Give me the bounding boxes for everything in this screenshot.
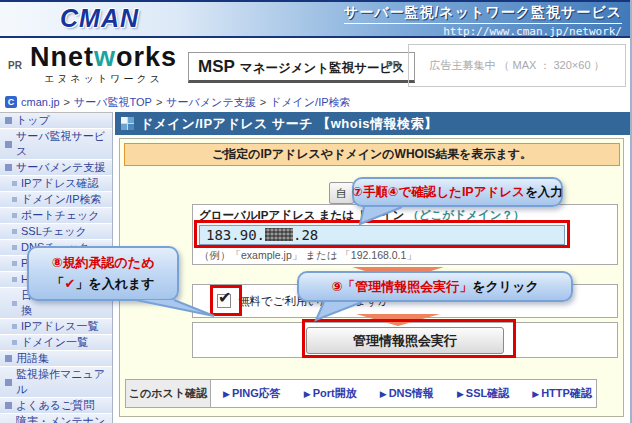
service-url: http://www.cman.jp/network/	[344, 25, 622, 38]
service-title: サーバー監視/ネットワーク監視サービス	[344, 4, 622, 24]
sidebar-item-maintenance-support[interactable]: サーバメンテ支援	[0, 160, 112, 176]
sidebar-item-ssl-check[interactable]: SSLチェック	[0, 224, 112, 240]
nav-link-ssl[interactable]: ▶SSL確認	[457, 386, 509, 401]
ip-prefix: 183.90.	[206, 227, 265, 243]
sidebar-item-port-check[interactable]: ポートチェック	[0, 208, 112, 224]
sidebar-item-label: 用語集	[16, 351, 49, 366]
callout-step8-tail	[128, 297, 216, 319]
page-title-bar: ドメイン/IPアドレス サーチ 【whois情報検索】	[115, 112, 632, 135]
nav-link-http[interactable]: ▶HTTP確認	[532, 386, 592, 401]
sidebar-item-incidents[interactable]: 障害・メンテナンス	[0, 414, 112, 423]
nav-link-port[interactable]: ▶Port開放	[304, 386, 357, 401]
callout-step9-red-text: ⑨「管理情報照会実行」	[331, 278, 472, 296]
sidebar-item-ip-list[interactable]: IPアドレス一覧	[0, 319, 112, 335]
msp-badge[interactable]: MSPマネージメント監視サービス	[188, 52, 415, 83]
nav-link-label: HTTP確認	[541, 387, 592, 399]
bullet-square-icon	[5, 164, 12, 171]
callout-step9: ⑨「管理情報照会実行」をクリック	[297, 271, 573, 302]
sidebar-item-label: ドメイン一覧	[21, 335, 88, 350]
bullet-square-icon	[12, 229, 17, 234]
ip-masked-octet: ***	[265, 228, 293, 241]
breadcrumb-link-monitor-top[interactable]: サーバ監視TOP	[74, 95, 152, 110]
callout-step7-black-text: を入力	[525, 184, 563, 201]
sidebar-item-monitor-service[interactable]: サーバ監視サービス	[0, 129, 112, 160]
callout-step8-checkmark: ✔	[64, 276, 75, 291]
bullet-square-icon	[5, 355, 12, 362]
bullet-square-icon	[12, 261, 17, 266]
nav-link-label: PING応答	[232, 387, 281, 399]
nav-link-dns[interactable]: ▶DNS情報	[380, 386, 434, 401]
sponsor-logo-part2: orks	[116, 42, 177, 72]
bullet-square-icon	[12, 340, 17, 345]
sidebar-item-manual[interactable]: 監視操作マニュアル	[0, 367, 112, 398]
nav-link-label: SSL確認	[466, 387, 509, 399]
breadcrumb-link-maintenance[interactable]: サーバメンテ支援	[166, 95, 255, 110]
sidebar-item-top[interactable]: トップ	[0, 113, 112, 129]
cman-favicon-icon: C	[5, 96, 17, 108]
agree-checkbox[interactable]: ✔	[217, 294, 231, 308]
callout-step7-tail	[358, 204, 404, 226]
callout-step9-black-text: をクリック	[472, 278, 539, 296]
sidebar-item-label: トップ	[16, 113, 50, 128]
breadcrumb: C cman.jp > サーバ監視TOP > サーバメンテ支援 > ドメイン/I…	[0, 93, 632, 111]
sidebar-item-domain-ip-search[interactable]: ドメイン/IP検索	[0, 192, 112, 208]
input-label: グローバルIPアドレス または ドメイン （どこがドメイン？）	[199, 208, 611, 223]
msp-badge-acronym: MSP	[198, 57, 235, 76]
bullet-square-icon	[5, 379, 12, 386]
triangle-icon: ▶	[457, 389, 464, 399]
page-title: ドメイン/IPアドレス サーチ 【whois情報検索】	[140, 115, 438, 133]
callout-step8-line2: 「✔」を入れます	[51, 274, 154, 294]
breadcrumb-separator: >	[260, 96, 266, 108]
sidebar-item-label: SSLチェック	[21, 224, 87, 239]
breadcrumb-link-home[interactable]: cman.jp	[21, 96, 60, 108]
nav-link-ping[interactable]: ▶PING応答	[223, 386, 281, 401]
whois-form: グローバルIPアドレス または ドメイン （どこがドメイン？） 183.90.*…	[192, 204, 618, 265]
sponsor-logo-part1: Nnet	[30, 42, 94, 72]
callout-step8: ⑧規約承認のため 「✔」を入れます	[27, 246, 179, 301]
callout-step7: ⑦手順④で確認したIPアドレスを入力	[352, 177, 563, 207]
bullet-square-icon	[5, 117, 12, 124]
notice-banner: ご指定のIPアドレスやドメインのWHOIS結果を表示ます。	[124, 143, 620, 166]
callout-step9-tail	[312, 299, 364, 323]
bullet-square-icon	[5, 402, 12, 409]
nav-link-label: Port開放	[313, 387, 357, 399]
host-check-label: このホスト確認	[126, 380, 211, 407]
sidebar-item-label: サーバ監視サービス	[16, 129, 112, 159]
domain-ip-input[interactable]: 183.90.***.28	[199, 225, 565, 245]
triangle-icon: ▶	[380, 389, 387, 399]
sidebar-item-label: ポートチェック	[21, 208, 100, 223]
header-service-info: サーバー監視/ネットワーク監視サービス http://www.cman.jp/n…	[344, 4, 622, 38]
grid-icon	[121, 117, 134, 130]
what-is-domain-link[interactable]: （どこがドメイン？）	[408, 209, 525, 221]
bullet-square-icon	[12, 245, 17, 250]
sidebar-item-label: ドメイン/IP検索	[21, 192, 101, 207]
breadcrumb-current: ドメイン/IP検索	[270, 95, 350, 110]
whois-submit-button[interactable]: 管理情報照会実行	[306, 327, 504, 354]
sidebar-item-ip-check[interactable]: IPアドレス確認	[0, 176, 112, 192]
sidebar-item-label: IPアドレス一覧	[21, 319, 98, 334]
partial-hidden-button[interactable]: 自	[329, 182, 354, 204]
sponsor-logo[interactable]: Nnetworks エヌネットワークス	[30, 42, 177, 86]
sidebar-item-label: サーバメンテ支援	[16, 160, 105, 175]
bullet-square-icon	[12, 197, 17, 202]
bullet-square-icon	[12, 277, 17, 282]
sidebar-item-faq[interactable]: よくあるご質問	[0, 398, 112, 414]
sidebar-item-label: IPアドレス確認	[21, 176, 98, 191]
page: CMAN サーバー監視/ネットワーク監視サービス http://www.cman…	[0, 0, 632, 423]
host-check-links: ▶PING応答 ▶Port開放 ▶DNS情報 ▶SSL確認 ▶HTTP確認	[211, 380, 615, 407]
breadcrumb-separator: >	[64, 96, 70, 108]
ip-suffix: .28	[293, 227, 318, 243]
sidebar-item-glossary[interactable]: 用語集	[0, 351, 112, 367]
sidebar-item-domain-list[interactable]: ドメイン一覧	[0, 335, 112, 351]
site-header: CMAN サーバー監視/ネットワーク監視サービス http://www.cman…	[0, 0, 632, 38]
down-arrow-icon	[356, 314, 440, 326]
checkmark-icon: ✔	[218, 288, 231, 307]
sidebar-item-label: 障害・メンテナンス	[16, 414, 112, 423]
pr-label: PR	[8, 60, 22, 71]
submit-row: 管理情報照会実行	[192, 322, 618, 358]
ad-placeholder: 広告主募集中 （ MAX ： 320×60 ）	[408, 44, 626, 87]
cman-logo[interactable]: CMAN	[60, 4, 139, 33]
callout-step8-rest: 」を入れます	[75, 276, 154, 291]
bullet-square-icon	[5, 141, 12, 148]
input-example: （例）「example.jp」 または 「192.168.0.1」	[199, 249, 611, 263]
